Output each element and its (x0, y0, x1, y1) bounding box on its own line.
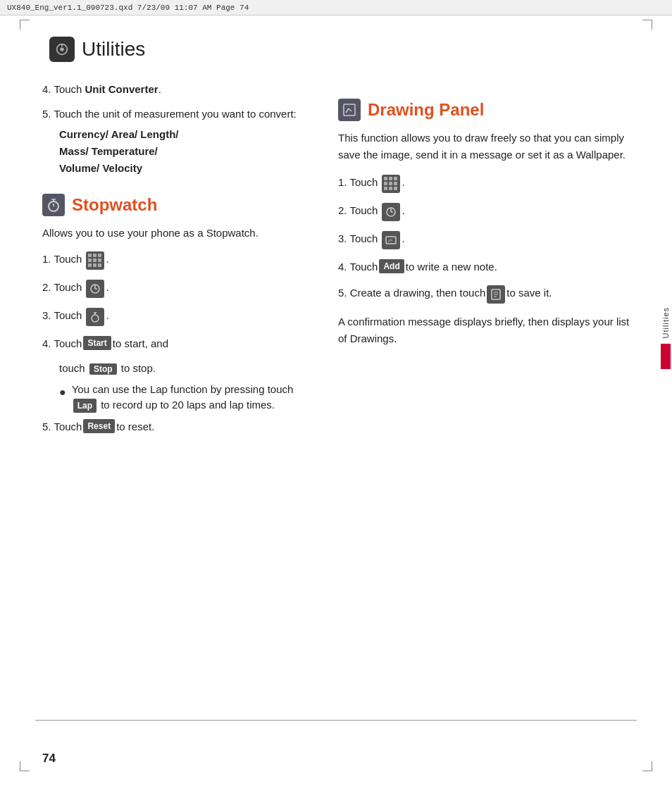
right-column: Drawing Panel This function allows you t… (338, 82, 637, 444)
dp-step-3: 3. Touch . (338, 231, 637, 249)
item-5: 5. Touch the unit of measurement you wan… (42, 106, 310, 177)
sw-step-4-text1: 4. Touch (42, 336, 82, 352)
sw-step-2-num: 2. Touch (42, 280, 82, 296)
dp-step-1-period: . (402, 175, 404, 191)
svg-line-14 (346, 108, 349, 113)
dp-step-4-text1: 4. Touch (338, 259, 378, 275)
dp-step-3-num: 3. Touch (338, 231, 378, 247)
dp-step-1-icon (382, 175, 400, 193)
sw-step-5-text1: 5. Touch (42, 419, 82, 435)
header-text: UX840_Eng_ver1.1_090723.qxd 7/23/09 11:0… (7, 4, 249, 12)
sw-step-3-num: 3. Touch (42, 308, 82, 324)
page-content: Utilities 4. Touch Unit Converter. 5. To… (0, 15, 672, 791)
dp-step-5-icon (487, 285, 505, 304)
stop-button: Stop (89, 363, 117, 375)
lap-button: Lap (73, 399, 97, 413)
dp-step-5-text2: to save it. (506, 285, 552, 301)
dp-step-2-icon (382, 203, 400, 221)
stopwatch-description: Allows you to use your phone as a Stopwa… (42, 225, 310, 242)
item-4-bold: Unit Converter (85, 82, 158, 98)
drawing-panel-section-icon (338, 99, 361, 121)
sw-bullet-text: You can use the Lap function by pressing… (72, 382, 310, 413)
dp-step-5: 5. Create a drawing, then touch to save … (338, 285, 637, 304)
add-button: Add (379, 259, 404, 273)
left-column: 4. Touch Unit Converter. 5. Touch the un… (42, 82, 310, 444)
sw-step-4-cont: touch Stop to stop. (59, 362, 310, 375)
bullet-dot: ● (59, 384, 66, 401)
dp-step-1: 1. Touch . (338, 175, 637, 193)
svg-point-10 (92, 315, 99, 322)
sw-step-3-period: . (106, 308, 108, 324)
svg-line-21 (390, 239, 392, 241)
dp-note: A confirmation message displays briefly,… (338, 313, 637, 347)
dp-step-2-period: . (402, 203, 404, 219)
item-4-period: . (158, 82, 161, 98)
bottom-rule (35, 720, 637, 721)
item-5-text: 5. Touch the unit of measurement you wan… (42, 106, 310, 123)
item-5-label: 5. Touch the unit of measurement you wan… (42, 106, 297, 123)
dp-step-2: 2. Touch . (338, 203, 637, 221)
sw-step-4-text2: to start, and (113, 336, 168, 352)
top-header: UX840_Eng_ver1.1_090723.qxd 7/23/09 11:0… (0, 0, 672, 15)
stopwatch-icon-svg (46, 198, 61, 212)
item-4-num: 4. Touch (42, 82, 82, 98)
dp-step-3-icon (382, 231, 400, 249)
sw-step-4: 4. Touch Start to start, and (42, 336, 310, 352)
drawing-panel-description: This function allows you to draw freely … (338, 130, 637, 163)
svg-point-1 (60, 47, 64, 51)
sw-step-1: 1. Touch . (42, 251, 310, 270)
sw-step-5-text2: to reset. (116, 419, 154, 435)
dp-step-1-num: 1. Touch (338, 175, 378, 191)
page-title: Utilities (82, 38, 145, 61)
sw-bullet: ● You can use the Lap function by pressi… (59, 382, 310, 413)
sw-step-4-text3: touch (59, 362, 88, 374)
item-4: 4. Touch Unit Converter. (42, 82, 310, 98)
stopwatch-section-icon (42, 194, 65, 216)
sw-step-1-num: 1. Touch (42, 251, 82, 268)
sw-step-5: 5. Touch Reset to reset. (42, 419, 310, 435)
item-5-list: Currency/ Area/ Length/ Mass/ Temperatur… (59, 126, 310, 177)
utilities-title-icon (49, 37, 75, 62)
sw-step-2-icon (86, 280, 104, 298)
svg-line-20 (388, 239, 390, 242)
two-column-layout: 4. Touch Unit Converter. 5. Touch the un… (42, 82, 637, 444)
sw-step-1-period: . (106, 251, 108, 268)
reset-button: Reset (83, 419, 115, 433)
sw-step-2-period: . (106, 280, 108, 296)
stopwatch-title: Stopwatch (72, 195, 157, 215)
sw-step-2: 2. Touch . (42, 280, 310, 298)
utilities-icon-svg (54, 42, 70, 57)
svg-line-15 (349, 108, 351, 111)
sw-step-3-icon (86, 308, 104, 326)
dp-step-4: 4. Touch Add to write a new note. (338, 259, 637, 275)
start-button: Start (83, 336, 111, 350)
sw-step-4-text4: to stop. (121, 362, 156, 374)
sw-step-1-icon (86, 251, 104, 270)
dp-step-4-text2: to write a new note. (406, 259, 497, 275)
page-number: 74 (42, 752, 56, 766)
dp-step-5-text1: 5. Create a drawing, then touch (338, 285, 485, 301)
drawing-panel-icon-svg (342, 103, 356, 117)
drawing-panel-header: Drawing Panel (338, 99, 637, 121)
page-title-area: Utilities (49, 37, 637, 62)
sw-step-3: 3. Touch . (42, 308, 310, 326)
dp-step-2-num: 2. Touch (338, 203, 378, 219)
drawing-panel-title: Drawing Panel (368, 100, 484, 120)
dp-step-3-period: . (402, 231, 404, 247)
stopwatch-header: Stopwatch (42, 194, 310, 216)
